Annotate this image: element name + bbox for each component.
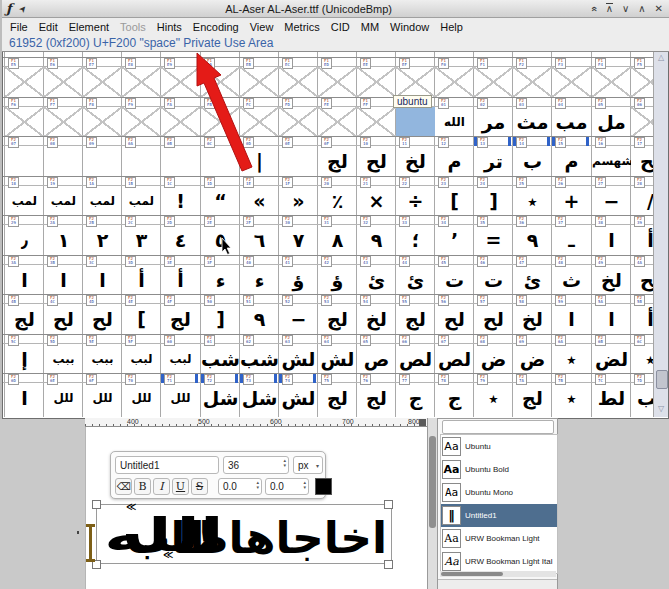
text-color-swatch[interactable]: [315, 478, 332, 495]
glyph-cell-F272[interactable]: شل: [201, 383, 240, 413]
glyph-cell-F21C[interactable]: !: [161, 186, 200, 216]
glyph-cell-F1ED[interactable]: [318, 67, 357, 97]
font-size-spinner[interactable]: 36 ▴▾: [223, 456, 289, 474]
menu-cid[interactable]: CID: [331, 21, 350, 33]
glyph-cell-F27C[interactable]: لط: [592, 383, 631, 413]
glyph-cell-F25F[interactable]: لبب: [122, 344, 161, 374]
glyph-cell-F259[interactable]: ا: [552, 304, 591, 334]
close-button[interactable]: ✕: [655, 4, 663, 14]
grid-scrollbar-thumb[interactable]: [656, 370, 668, 389]
glyph-cell-F248[interactable]: ث: [552, 265, 591, 295]
glyph-cell-F251[interactable]: ٩: [240, 304, 279, 334]
glyph-cell-F1F7[interactable]: [44, 107, 83, 137]
glyph-cell-F253[interactable]: لج: [318, 304, 357, 334]
glyph-cell-F242[interactable]: ؤ: [318, 265, 357, 295]
glyph-cell-F252[interactable]: −: [279, 304, 318, 334]
font-list-item-ubuntu-bold[interactable]: AaUbuntu Bold: [441, 458, 557, 481]
fontforge-titlebar[interactable]: ƒ ➤ AL-Aser AL-Aser.ttf (UnicodeBmp) «∧∨…: [2, 0, 669, 18]
font-list-item-ubuntu[interactable]: AaUbuntu: [441, 435, 557, 458]
glyph-cell-F1F2[interactable]: [513, 67, 552, 97]
menu-element[interactable]: Element: [69, 21, 109, 33]
glyph-cell-F207[interactable]: [5, 146, 44, 176]
shade-button[interactable]: ∧: [606, 3, 613, 14]
glyph-cell-F221[interactable]: ×: [357, 186, 396, 216]
baseline-spinner[interactable]: 0.0▴▾: [218, 478, 262, 495]
glyph-cell-F20C[interactable]: [201, 146, 240, 176]
glyph-cell-F273[interactable]: شل: [240, 383, 279, 413]
glyph-cell-F21B[interactable]: لمب: [122, 186, 161, 216]
glyph-cell-F1F8[interactable]: [83, 107, 122, 137]
glyph-cell-F205[interactable]: مل: [592, 107, 631, 137]
glyph-cell-F204[interactable]: مب: [552, 107, 591, 137]
glyph-cell-F231[interactable]: ٨: [318, 225, 357, 255]
menu-view[interactable]: View: [250, 21, 274, 33]
glyph-cell-F234[interactable]: ٬: [435, 225, 474, 255]
font-list-hscrollbar-thumb[interactable]: [441, 572, 503, 576]
glyph-cell-F219[interactable]: لمب: [44, 186, 83, 216]
glyph-cell-F25C[interactable]: إ: [5, 344, 44, 374]
glyph-cell-F216[interactable]: لهشهسم: [592, 146, 631, 176]
glyph-cell-F265[interactable]: ص: [357, 344, 396, 374]
glyph-cell-F257[interactable]: لح: [474, 304, 513, 334]
font-list-item-urw-bookman-light-ital[interactable]: AaURW Bookman Light Ital: [441, 550, 557, 573]
menu-metrics[interactable]: Metrics: [284, 21, 319, 33]
glyph-cell-F23F[interactable]: ء: [201, 265, 240, 295]
glyph-cell-F254[interactable]: لخ: [357, 304, 396, 334]
glyph-cell-F267[interactable]: لص: [435, 344, 474, 374]
font-filter-input[interactable]: [442, 420, 554, 434]
spinner-arrows-icon[interactable]: ▴▾: [283, 458, 286, 468]
scroll-down-icon[interactable]: ▽: [654, 404, 668, 414]
glyph-cell-F23E[interactable]: أ: [161, 265, 200, 295]
menu-edit[interactable]: Edit: [39, 21, 58, 33]
glyph-cell-F24D[interactable]: لح: [83, 304, 122, 334]
glyph-cell-F211[interactable]: لخ: [396, 146, 435, 176]
strikethrough-button[interactable]: S: [191, 478, 208, 495]
glyph-cell-F269[interactable]: ض: [513, 344, 552, 374]
glyph-cell-F230[interactable]: ٧: [279, 225, 318, 255]
canvas-scrollbar[interactable]: [427, 418, 437, 589]
glyph-cell-F266[interactable]: لص: [396, 344, 435, 374]
font-list-item-untitled1[interactable]: ‖Untitled1: [441, 504, 557, 527]
glyph-cell-F26F[interactable]: للل: [83, 383, 122, 413]
glyph-cell-F1E7[interactable]: [83, 67, 122, 97]
glyph-cell-F24E[interactable]: [: [122, 304, 161, 334]
menu-hints[interactable]: Hints: [157, 21, 182, 33]
glyph-cell-F227[interactable]: −: [592, 186, 631, 216]
minimize-button[interactable]: ∨: [622, 4, 629, 14]
glyph-cell-F24B[interactable]: لج: [5, 304, 44, 334]
glyph-cell-F1E6[interactable]: [44, 67, 83, 97]
glyph-cell-F270[interactable]: للل: [122, 383, 161, 413]
glyph-cell-F233[interactable]: ؛: [396, 225, 435, 255]
menu-tools[interactable]: Tools: [120, 21, 146, 33]
glyph-cell-F243[interactable]: ئ: [357, 265, 396, 295]
glyph-cell-F1EF[interactable]: [396, 67, 435, 97]
glyph-cell-F20A[interactable]: [122, 146, 161, 176]
font-list-item-urw-bookman-light[interactable]: AaURW Bookman Light: [441, 527, 557, 550]
glyph-cell-F22F[interactable]: ٦: [240, 225, 279, 255]
glyph-cell-F223[interactable]: [: [435, 186, 474, 216]
canvas-scrollbar-thumb[interactable]: [429, 436, 436, 528]
glyph-cell-F21E[interactable]: «: [240, 186, 279, 216]
glyph-cell-F261[interactable]: شب: [201, 344, 240, 374]
glyph-cell-F264[interactable]: لش: [318, 344, 357, 374]
glyph-cell-F256[interactable]: لح: [435, 304, 474, 334]
glyph-cell-F22D[interactable]: ٤: [161, 225, 200, 255]
glyph-cell-F225[interactable]: ٭: [513, 186, 552, 216]
glyph-cell-F25D[interactable]: ببب: [44, 344, 83, 374]
italic-button[interactable]: I: [153, 478, 170, 495]
glyph-cell-F27A[interactable]: لج: [513, 383, 552, 413]
handle-top-right[interactable]: [384, 500, 393, 509]
font-list-item-ubuntu-mono[interactable]: AaUbuntu Mono: [441, 481, 557, 504]
glyph-cell-F213[interactable]: تر: [474, 146, 513, 176]
glyph-cell-F27B[interactable]: ٭: [552, 383, 591, 413]
glyph-cell-F224[interactable]: ]: [474, 186, 513, 216]
grid-scrollbar[interactable]: △ ▽: [653, 52, 668, 417]
handle-bottom-right[interactable]: [384, 560, 393, 569]
glyph-cell-F23D[interactable]: أ: [122, 265, 161, 295]
glyph-cell-F245[interactable]: ت: [435, 265, 474, 295]
menu-window[interactable]: Window: [390, 21, 429, 33]
glyph-cell-F25E[interactable]: ببب: [83, 344, 122, 374]
glyph-cell-F1E9[interactable]: [161, 67, 200, 97]
clear-formatting-button[interactable]: ⌫: [115, 478, 132, 495]
glyph-cell-F22E[interactable]: ٥: [201, 225, 240, 255]
